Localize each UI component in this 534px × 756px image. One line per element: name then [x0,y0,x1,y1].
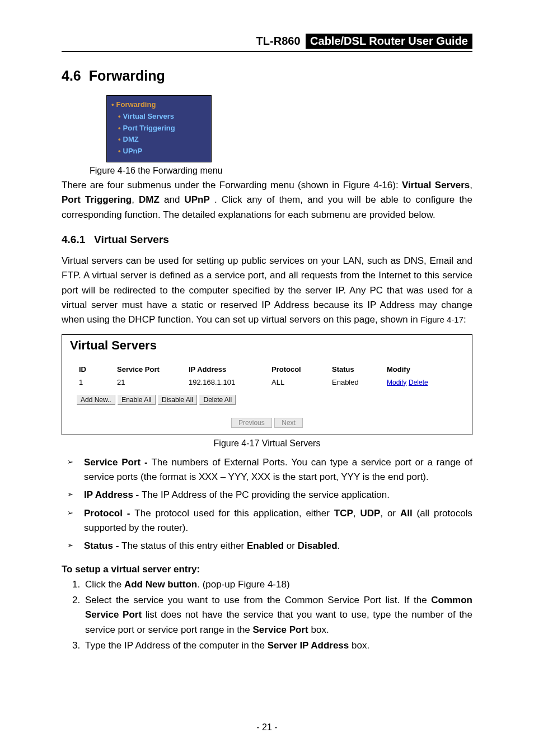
figure-4-17-caption: Figure 4-17 Virtual Servers [62,438,472,449]
th-service-port: Service Port [115,363,186,376]
section-title: 4.6 Forwarding [62,68,472,84]
delete-all-button[interactable]: Delete All [199,395,236,405]
list-item: Click the Add New button. (pop-up Figure… [83,577,472,592]
forwarding-menu-box: •Forwarding •Virtual Servers •Port Trigg… [106,95,212,162]
header-title: Cable/DSL Router User Guide [306,34,472,49]
th-protocol: Protocol [269,363,330,376]
menu-top-label: Forwarding [116,100,156,109]
previous-button: Previous [231,418,272,428]
cell-id: 1 [68,376,115,389]
list-item: IP Address - The IP Address of the PC pr… [62,488,472,502]
th-modify: Modify [385,363,466,376]
list-item: Service Port - The numbers of External P… [62,455,472,485]
page-number: - 21 - [0,722,534,732]
virtual-servers-title: Virtual Servers [70,338,466,353]
th-id: ID [68,363,115,376]
th-ip-address: IP Address [186,363,269,376]
menu-item-upnp: UPnP [123,147,143,155]
intro-paragraph: There are four submenus under the Forwar… [62,178,472,222]
virtual-servers-table: ID Service Port IP Address Protocol Stat… [68,363,466,389]
list-item: Select the service you want to use from … [83,593,472,637]
forwarding-menu-figure: •Forwarding •Virtual Servers •Port Trigg… [106,95,472,162]
cell-status: Enabled [330,376,385,389]
th-status: Status [330,363,385,376]
delete-link[interactable]: Delete [409,379,428,386]
list-item: Status - The status of this entry either… [62,539,472,553]
modify-link[interactable]: Modify [387,379,406,386]
menu-item-port-triggering: Port Triggering [123,124,175,132]
menu-item-dmz: DMZ [123,135,139,143]
add-new-button[interactable]: Add New.. [77,395,115,405]
figure-4-16-caption: Figure 4-16 the Forwarding menu [90,166,472,176]
page-header: TL-R860 Cable/DSL Router User Guide [62,34,472,52]
cell-ip-address: 192.168.1.101 [186,376,269,389]
definition-list: Service Port - The numbers of External P… [62,455,472,554]
virtual-servers-figure: Virtual Servers ID Service Port IP Addre… [62,334,472,435]
virtual-servers-buttons: Add New.. Enable All Disable All Delete … [77,394,466,405]
virtual-servers-paragraph: Virtual servers can be used for setting … [62,254,472,328]
setup-steps: Click the Add New button. (pop-up Figure… [62,577,472,654]
next-button: Next [274,418,303,428]
header-model: TL-R860 [256,35,301,47]
setup-heading: To setup a virtual server entry: [62,564,472,575]
cell-protocol: ALL [269,376,330,389]
virtual-servers-pager: Previous Next [68,417,466,428]
menu-item-virtual-servers: Virtual Servers [123,112,175,120]
cell-service-port: 21 [115,376,186,389]
subsection-title: 4.6.1 Virtual Servers [62,234,472,246]
table-row: 1 21 192.168.1.101 ALL Enabled Modify De… [68,376,466,389]
list-item: Protocol - The protocol used for this ap… [62,506,472,536]
list-item: Type the IP Address of the computer in t… [83,638,472,653]
disable-all-button[interactable]: Disable All [158,395,197,405]
enable-all-button[interactable]: Enable All [118,395,155,405]
